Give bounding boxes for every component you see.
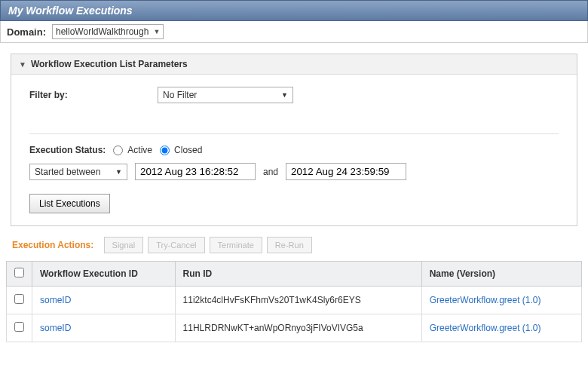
try-cancel-button[interactable]: Try-Cancel [148, 237, 204, 253]
executions-table: Workflow Execution ID Run ID Name (Versi… [6, 261, 582, 342]
status-row: Execution Status: Active Closed [29, 145, 559, 155]
chevron-down-icon: ▼ [281, 91, 288, 99]
select-all-checkbox[interactable] [14, 268, 24, 277]
col-checkbox [7, 262, 32, 287]
date-to-input[interactable] [286, 163, 406, 180]
date-row: Started between ▼ and [29, 163, 559, 180]
date-from-input[interactable] [135, 163, 256, 180]
date-mode-select[interactable]: Started between ▼ [29, 164, 127, 180]
filter-by-label: Filter by: [29, 90, 120, 100]
re-run-button[interactable]: Re-Run [267, 237, 312, 253]
col-run-id: Run ID [175, 262, 421, 287]
filter-by-select[interactable]: No Filter ▼ [158, 87, 293, 103]
divider [29, 133, 559, 134]
date-joiner: and [263, 167, 278, 177]
status-active-label: Active [127, 145, 152, 155]
domain-bar: Domain: helloWorldWalkthrough ▼ [0, 21, 588, 43]
domain-select-value: helloWorldWalkthrough [56, 26, 149, 37]
exec-id-link[interactable]: someID [40, 323, 71, 333]
params-panel-body: Filter by: No Filter ▼ Execution Status:… [11, 75, 577, 225]
row-checkbox[interactable] [14, 294, 24, 304]
filter-row: Filter by: No Filter ▼ [29, 87, 559, 103]
run-id-cell: 11i2ktc4clHvFsKFhmVs20T1wK4Sly6r6EYS [175, 287, 421, 314]
domain-select[interactable]: helloWorldWalkthrough ▼ [52, 24, 164, 39]
params-panel-header[interactable]: ▼ Workflow Execution List Parameters [11, 54, 577, 75]
table-row: someID11i2ktc4clHvFsKFhmVs20T1wK4Sly6r6E… [7, 287, 582, 314]
exec-status-label: Execution Status: [29, 145, 106, 155]
filter-by-value: No Filter [163, 90, 197, 100]
status-closed-label: Closed [174, 145, 202, 155]
page-title: My Workflow Executions [0, 0, 588, 21]
col-name: Name (Version) [421, 262, 581, 287]
chevron-down-icon: ▼ [115, 168, 122, 176]
collapse-icon: ▼ [19, 60, 26, 69]
params-panel: ▼ Workflow Execution List Parameters Fil… [11, 54, 577, 226]
domain-label: Domain: [7, 26, 46, 38]
execution-actions-label: Execution Actions: [12, 240, 93, 250]
run-id-cell: 11HLRDRNwKT+anWpORnyo3jFIVoVIVG5a [175, 314, 421, 342]
signal-button[interactable]: Signal [104, 237, 144, 253]
workflow-name-link[interactable]: GreeterWorkflow.greet (1.0) [430, 295, 541, 305]
table-row: someID11HLRDRNwKT+anWpORnyo3jFIVoVIVG5aG… [7, 314, 582, 342]
status-active-radio[interactable] [113, 146, 123, 155]
col-exec-id: Workflow Execution ID [32, 262, 176, 287]
actions-bar: Execution Actions: Signal Try-Cancel Ter… [0, 237, 588, 256]
row-checkbox[interactable] [14, 322, 24, 332]
workflow-name-link[interactable]: GreeterWorkflow.greet (1.0) [430, 323, 541, 333]
params-panel-title: Workflow Execution List Parameters [31, 59, 188, 69]
exec-id-link[interactable]: someID [40, 295, 71, 305]
terminate-button[interactable]: Terminate [210, 237, 262, 253]
chevron-down-icon: ▼ [153, 28, 160, 35]
list-executions-button[interactable]: List Executions [29, 194, 110, 213]
date-mode-value: Started between [35, 167, 100, 177]
status-closed-radio[interactable] [160, 146, 170, 155]
